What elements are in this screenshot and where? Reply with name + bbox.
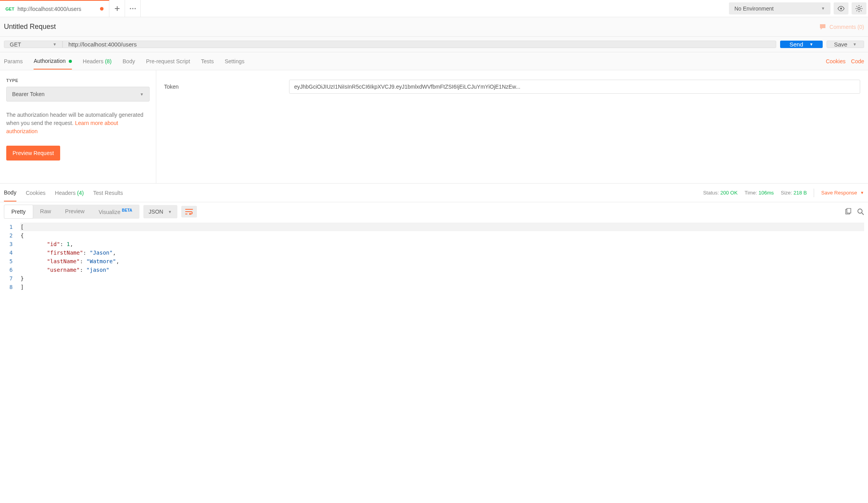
auth-description: The authorization header will be automat… — [6, 111, 150, 136]
code-lines: [ { "id": 1, "firstName": "Jason", "last… — [20, 223, 868, 291]
tab-settings[interactable]: Settings — [225, 54, 245, 69]
wrap-lines-button[interactable] — [181, 206, 197, 218]
wrap-icon — [185, 209, 193, 215]
save-button[interactable]: Save ▼ — [827, 41, 864, 48]
view-tab-preview[interactable]: Preview — [58, 205, 92, 219]
chevron-down-icon: ▼ — [168, 210, 172, 214]
token-label: Token — [164, 84, 273, 90]
preview-request-button[interactable]: Preview Request — [6, 146, 60, 161]
tab-prerequest[interactable]: Pre-request Script — [146, 54, 190, 69]
time-value: 106ms — [759, 190, 774, 196]
tab-method: GET — [5, 7, 14, 11]
ellipsis-icon — [129, 5, 136, 12]
url-input[interactable]: http://localhost:4000/users — [63, 41, 776, 48]
svg-point-0 — [130, 8, 131, 9]
tab-body[interactable]: Body — [123, 54, 135, 69]
auth-right-panel: Token eyJhbGciOiJIUzI1NiIsInR5cCI6IkpXVC… — [156, 70, 868, 183]
method-value: GET — [10, 41, 21, 48]
chevron-down-icon: ▼ — [53, 42, 57, 46]
send-button[interactable]: Send ▼ — [780, 41, 823, 48]
tab-tests[interactable]: Tests — [201, 54, 214, 69]
tab-params[interactable]: Params — [4, 54, 23, 69]
environment-label: No Environment — [734, 5, 773, 12]
resp-tab-tests[interactable]: Test Results — [93, 185, 123, 201]
request-title-row: Untitled Request Comments (0) — [0, 17, 868, 37]
view-tab-raw[interactable]: Raw — [33, 205, 58, 219]
comments-button[interactable]: Comments (0) — [819, 23, 864, 30]
active-dot-icon — [69, 60, 72, 63]
svg-point-7 — [858, 209, 862, 213]
auth-type-select[interactable]: Bearer Token ▼ — [6, 87, 150, 102]
eye-icon — [837, 5, 845, 12]
tab-options-button[interactable] — [125, 0, 141, 17]
new-tab-button[interactable] — [109, 0, 125, 17]
url-row: GET ▼ http://localhost:4000/users Send ▼… — [0, 37, 868, 52]
svg-point-4 — [858, 7, 860, 10]
token-input[interactable]: eyJhbGciOiJIUzI1NiIsInR5cCI6IkpXVCJ9.eyJ… — [289, 80, 860, 94]
cookies-link[interactable]: Cookies — [826, 58, 846, 64]
chevron-down-icon: ▼ — [809, 42, 813, 46]
response-tabs: Body Cookies Headers (4) Test Results St… — [0, 184, 868, 202]
environment-select[interactable]: No Environment ▼ — [729, 2, 830, 14]
save-label: Save — [834, 41, 847, 48]
resp-tab-body[interactable]: Body — [4, 184, 16, 202]
chevron-down-icon: ▼ — [853, 42, 857, 46]
method-select[interactable]: GET ▼ — [4, 41, 63, 48]
token-row: Token eyJhbGciOiJIUzI1NiIsInR5cCI6IkpXVC… — [164, 80, 860, 94]
url-value: http://localhost:4000/users — [68, 41, 137, 48]
copy-icon — [845, 208, 852, 215]
settings-button[interactable] — [852, 2, 866, 14]
size-value: 218 B — [793, 190, 807, 196]
view-tab-visualize[interactable]: Visualize BETA — [91, 205, 139, 219]
comment-icon — [819, 23, 826, 30]
comments-label: Comments (0) — [829, 24, 864, 30]
auth-type-label: TYPE — [6, 78, 150, 83]
top-tab-bar: GET http://localhost:4000/users No Envir… — [0, 0, 868, 17]
resp-tab-headers[interactable]: Headers (4) — [55, 185, 84, 201]
response-body[interactable]: 1 2 3 4 5 6 7 8 [ { "id": 1, "firstName"… — [0, 221, 868, 293]
beta-badge: BETA — [122, 208, 132, 212]
body-format-select[interactable]: JSON ▼ — [143, 205, 177, 218]
response-meta: Status: 200 OK Time: 106ms Size: 218 B S… — [703, 189, 864, 197]
resp-tab-cookies[interactable]: Cookies — [26, 185, 46, 201]
view-mode-tabs: Pretty Raw Preview Visualize BETA — [4, 205, 139, 219]
svg-rect-6 — [847, 209, 851, 213]
chevron-down-icon: ▼ — [821, 6, 825, 11]
request-tabs: Params Authorization Headers (8) Body Pr… — [0, 52, 868, 70]
status-value: 200 OK — [720, 190, 738, 196]
gear-icon — [855, 5, 863, 12]
chevron-down-icon: ▼ — [140, 92, 144, 96]
chevron-down-icon: ▼ — [860, 191, 864, 195]
svg-point-2 — [134, 8, 136, 9]
search-button[interactable] — [857, 208, 864, 215]
body-view-row: Pretty Raw Preview Visualize BETA JSON ▼ — [0, 202, 868, 221]
auth-left-panel: TYPE Bearer Token ▼ The authorization he… — [0, 70, 156, 183]
save-response-button[interactable]: Save Response ▼ — [821, 190, 864, 196]
line-gutter: 1 2 3 4 5 6 7 8 — [0, 223, 20, 291]
send-label: Send — [789, 41, 803, 48]
auth-panel: TYPE Bearer Token ▼ The authorization he… — [0, 70, 868, 184]
request-tab[interactable]: GET http://localhost:4000/users — [0, 0, 109, 17]
environment-quicklook-button[interactable] — [834, 2, 848, 14]
request-title: Untitled Request — [4, 23, 56, 31]
svg-point-3 — [840, 7, 842, 9]
copy-button[interactable] — [845, 208, 852, 215]
unsaved-dot-icon — [100, 7, 104, 11]
code-link[interactable]: Code — [851, 58, 864, 64]
tab-title: http://localhost:4000/users — [18, 6, 81, 12]
view-tab-pretty[interactable]: Pretty — [4, 205, 33, 219]
tab-authorization[interactable]: Authorization — [34, 53, 72, 70]
tab-headers[interactable]: Headers (8) — [83, 54, 112, 69]
plus-icon — [114, 5, 120, 12]
svg-point-1 — [132, 8, 133, 9]
search-icon — [857, 208, 864, 215]
auth-type-value: Bearer Token — [12, 91, 45, 97]
